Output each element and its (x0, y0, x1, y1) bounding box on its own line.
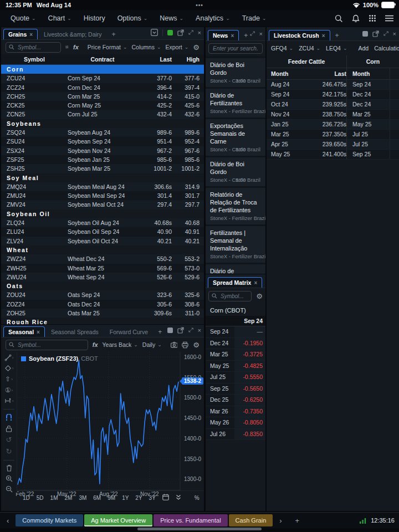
formula-fx-icon[interactable]: fx (73, 44, 79, 50)
col-header-contract[interactable]: Contract (68, 56, 137, 63)
menu-item-quote[interactable]: Quote⌄ (6, 12, 41, 24)
symbol-search[interactable] (6, 42, 61, 53)
settings-gear-icon[interactable]: ⚙ (193, 341, 200, 349)
open-in-new-icon[interactable] (372, 30, 379, 37)
table-row[interactable]: ZLV24Soybean Oil Oct 2440.2140.21 (1, 237, 204, 245)
table-row[interactable]: ZOH25Oats Mar 25309-6s311-0 (1, 309, 204, 318)
menu-item-news[interactable]: News⌄ (155, 12, 188, 24)
calculation-button[interactable]: Calculation (374, 45, 399, 52)
print-icon[interactable] (182, 341, 188, 349)
symbol-search[interactable] (6, 340, 88, 350)
workspace-tab-cash-grain[interactable]: Cash Grain (229, 514, 273, 526)
table-row[interactable]: ZSH25Soybean Mar 251001-21001-2 (1, 164, 204, 173)
interval-dropdown[interactable]: Daily⌄ (142, 341, 162, 348)
numbered-label-tool[interactable]: ①› (5, 386, 13, 394)
expand-icon[interactable]: ⤢ (383, 30, 388, 37)
table-row[interactable]: ZSX24Soybean Nov 24967-2967-6 (1, 146, 204, 155)
notifications-bell-icon[interactable] (352, 14, 360, 23)
hamburger-menu-icon[interactable] (385, 15, 393, 22)
close-tab-icon[interactable]: × (254, 280, 257, 286)
table-row[interactable]: Nov 24238.750sMar 25 (267, 110, 399, 120)
table-row[interactable]: ZSU24Soybean Sep 24951-4952-4 (1, 137, 204, 146)
table-row[interactable]: ZMQ24Soybean Meal Aug 24306.6s314.9 (1, 182, 204, 191)
table-row[interactable]: Aug 24246.475sSep 24 (267, 80, 399, 90)
table-row[interactable]: ZLQ24Soybean Oil Aug 2440.68s40.68 (1, 218, 204, 227)
table-row[interactable]: Jul 25-0.5550 (206, 372, 265, 383)
symbol-search[interactable] (208, 291, 252, 301)
open-in-new-icon[interactable] (177, 327, 184, 334)
expand-icon[interactable]: ⤢ (188, 29, 193, 36)
open-in-new-icon[interactable] (177, 29, 184, 36)
add-tab-button[interactable]: + (108, 29, 120, 39)
table-row[interactable]: Mar 26-0.7350 (206, 406, 265, 418)
table-row[interactable]: Mar 25237.350sJul 25 (267, 130, 399, 140)
window-handle-dots-icon[interactable]: ••• (0, 2, 399, 8)
col-header-high[interactable]: High (172, 56, 204, 63)
news-item[interactable]: Fertilizantes | Semanal de Internalizaçã… (206, 226, 265, 263)
delete-trash-icon[interactable] (6, 464, 12, 472)
scale-button-percent[interactable]: % (192, 494, 202, 502)
menu-item-options[interactable]: Options⌄ (112, 12, 153, 24)
undo-icon[interactable]: ↺ (6, 436, 12, 444)
news-item[interactable]: Diário de FertilizantesStoneX - Fertiliz… (206, 264, 265, 274)
table-row[interactable]: ZLU24Soybean Oil Sep 2440.9040.91 (1, 227, 204, 236)
table-row[interactable]: ZOU24Oats Sep 24323-6325-6 (1, 290, 204, 299)
close-panel-icon[interactable]: × (198, 327, 201, 334)
group-color-indicator-gray[interactable] (167, 328, 173, 333)
years-back-dropdown[interactable]: Years Back⌄ (103, 341, 138, 348)
table-row[interactable]: Jul 26-0.8350 (206, 429, 265, 441)
table-row[interactable]: Sep 24— (206, 326, 265, 338)
news-item[interactable]: Diário de Boi GordoStoneX - Cattle Brazi… (206, 157, 265, 186)
table-row[interactable]: ZCU24Corn Sep 24377-0377-6 (1, 74, 204, 83)
col-header-last[interactable]: Last (306, 68, 346, 79)
tab-livestock-crush[interactable]: Livestock Crush × (269, 30, 330, 40)
workspace-tab-ag-market-overview[interactable]: Ag Market Overview (84, 514, 152, 526)
col-header-month-2[interactable]: Month (346, 68, 390, 79)
section-header-row[interactable]: Rough Rice (1, 318, 204, 324)
formula-fx-icon[interactable]: fx (93, 341, 98, 348)
linking-dots-icon[interactable] (65, 44, 69, 50)
symbol-search-input[interactable] (219, 293, 248, 300)
settings-gear-icon[interactable]: ⚙ (193, 43, 200, 52)
price-line-chart[interactable] (17, 352, 181, 490)
table-row[interactable]: ZSQ24Soybean Aug 24989-6989-6 (1, 128, 204, 137)
horizontal-scrollbar[interactable] (137, 528, 262, 530)
section-header-row[interactable]: Soybean Oil (1, 209, 204, 218)
table-row[interactable]: ZWZ24Wheat Dec 24550-2553-2 (1, 254, 204, 263)
tab-seasonal-spreads[interactable]: Seasonal Spreads (46, 326, 104, 337)
table-row[interactable]: Apr 25239.650sJul 25 (267, 140, 399, 150)
tab-livestock-dairy[interactable]: Livestock &amp; Dairy (39, 29, 106, 39)
section-header-row[interactable]: Soy Meal (1, 173, 204, 182)
columns-dropdown[interactable]: Columns⌄ (131, 44, 161, 50)
news-search[interactable] (208, 43, 263, 54)
settings-gear-icon[interactable]: ⚙ (256, 292, 263, 300)
chart-legend[interactable]: Soybean (ZSF23) CBOT (21, 355, 98, 362)
contract-selector-zcu4[interactable]: ZCU4⌄ (299, 45, 320, 52)
col-header-sep24[interactable]: Sep 24 (234, 318, 265, 324)
col-header-last[interactable]: Last (137, 56, 172, 63)
tab-seasonal[interactable]: Seasonal × (3, 326, 45, 337)
section-header-row[interactable]: Soybeans (1, 119, 204, 128)
tab-news[interactable]: News × (208, 30, 239, 40)
table-row[interactable]: Dec 24-0.1950 (206, 338, 265, 350)
group-color-indicator-gray[interactable] (362, 31, 368, 37)
group-color-indicator-green[interactable] (167, 30, 173, 35)
redo-icon[interactable]: ↻ (6, 447, 12, 456)
add-button[interactable]: Add (359, 45, 369, 52)
add-tab-button[interactable]: + (154, 327, 166, 337)
symbol-search-input[interactable] (17, 341, 58, 349)
trend-line-tool[interactable]: › (4, 354, 14, 361)
table-row[interactable]: Sep 25-0.5650 (206, 383, 265, 395)
scroll-left-icon[interactable]: ‹ (0, 516, 16, 525)
tab-grains[interactable]: Grains × (3, 29, 38, 39)
table-row[interactable]: Jan 25236.725sMay 25 (267, 120, 399, 130)
table-row[interactable]: ZCZ24Corn Dec 24396-4397-4 (1, 83, 204, 92)
shape-tool[interactable]: › (4, 365, 14, 372)
price-format-dropdown[interactable]: Price Format⌄ (88, 44, 127, 50)
section-header-row[interactable]: Oats (1, 282, 204, 290)
magnet-snap-tool[interactable] (5, 414, 13, 422)
expand-icon[interactable]: ⤢ (250, 30, 255, 37)
news-item[interactable]: Exportações Semanais de CarneStoneX - Ca… (206, 119, 265, 156)
table-row[interactable]: ZMU24Soybean Meal Sep 24301.4301.7 (1, 191, 204, 200)
table-row[interactable]: Mar 25-0.3725 (206, 349, 265, 361)
